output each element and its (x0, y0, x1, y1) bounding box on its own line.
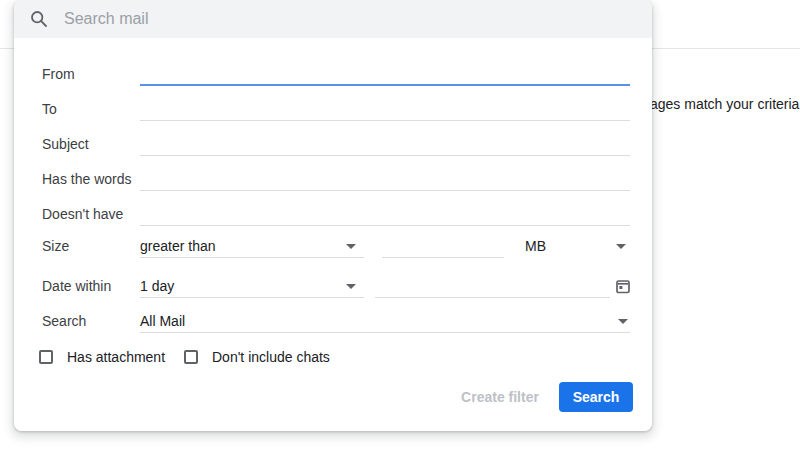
from-label: From (42, 65, 75, 83)
size-operator-value: greater than (140, 238, 216, 254)
from-input[interactable] (140, 68, 630, 86)
dont-include-chats-label[interactable]: Don't include chats (212, 349, 330, 365)
search-input[interactable] (64, 0, 624, 38)
search-icon (30, 10, 48, 28)
chevron-down-icon (346, 244, 356, 249)
size-value-input[interactable] (382, 240, 504, 258)
chevron-down-icon (616, 244, 626, 249)
has-attachment-label[interactable]: Has attachment (67, 349, 165, 365)
doesnt-have-label: Doesn't have (42, 205, 123, 223)
scope-label: Search (42, 312, 86, 330)
size-label: Size (42, 237, 69, 255)
doesnt-have-input[interactable] (140, 208, 630, 226)
chevron-down-icon (346, 284, 356, 289)
chevron-down-icon (618, 319, 628, 324)
gmail-search-filter-screen: ages match your criteria. From To Subjec… (0, 0, 800, 449)
create-filter-button[interactable]: Create filter (448, 389, 552, 407)
scope-value: All Mail (140, 313, 185, 329)
calendar-icon[interactable] (615, 278, 631, 294)
to-label: To (42, 100, 57, 118)
size-operator-dropdown[interactable]: greater than (140, 237, 364, 258)
size-unit-dropdown[interactable]: MB (525, 237, 630, 258)
subject-input[interactable] (140, 138, 630, 156)
search-button[interactable]: Search (559, 382, 633, 412)
subject-label: Subject (42, 135, 89, 153)
date-range-value: 1 day (140, 278, 174, 294)
has-words-input[interactable] (140, 173, 630, 191)
has-attachment-checkbox[interactable] (39, 350, 53, 364)
has-words-label: Has the words (42, 170, 131, 188)
date-range-dropdown[interactable]: 1 day (140, 277, 364, 298)
filter-panel: From To Subject Has the words Doesn't ha… (14, 38, 652, 431)
search-bar[interactable] (14, 0, 652, 38)
dont-include-chats-checkbox[interactable] (184, 350, 198, 364)
scope-dropdown[interactable]: All Mail (140, 312, 630, 333)
date-value-input[interactable] (375, 280, 610, 298)
size-unit-value: MB (525, 238, 546, 254)
date-within-label: Date within (42, 277, 111, 295)
search-filter-popup: From To Subject Has the words Doesn't ha… (14, 0, 652, 431)
no-results-text-fragment: ages match your criteria. (650, 96, 800, 112)
to-input[interactable] (140, 103, 630, 121)
